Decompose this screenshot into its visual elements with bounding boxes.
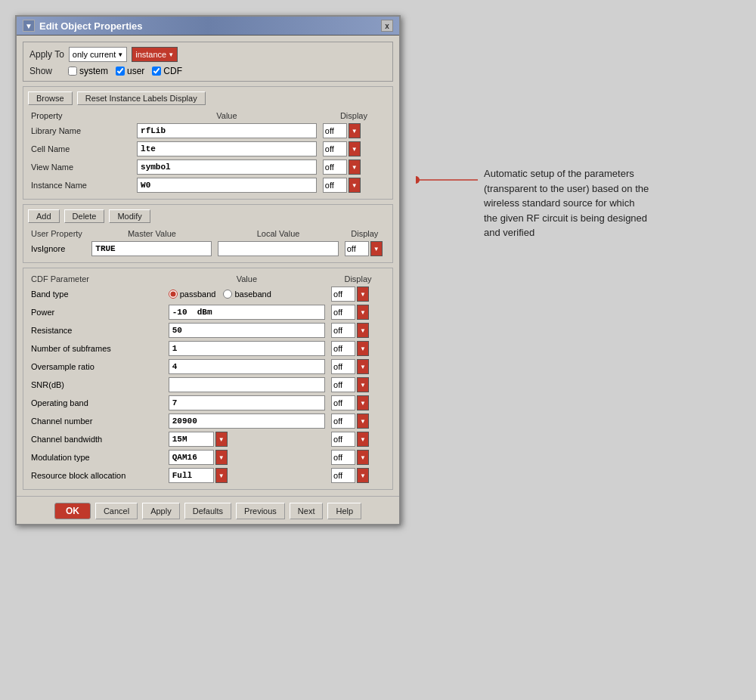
show-checkboxes: system user CDF: [68, 66, 182, 76]
cdf-display-input-1[interactable]: [331, 305, 355, 320]
prop-display-input-0[interactable]: [323, 123, 347, 138]
close-button[interactable]: x: [381, 20, 393, 32]
col-header-user-display: Display: [342, 228, 388, 240]
cdf-display-input-3[interactable]: [331, 341, 355, 356]
prop-value-input-1[interactable]: [137, 141, 317, 156]
cdf-display-input-0[interactable]: [331, 287, 355, 302]
cdf-display-dropdown-1[interactable]: ▼: [357, 305, 369, 320]
previous-button[interactable]: Previous: [236, 503, 285, 519]
radio-passband[interactable]: [169, 290, 178, 299]
prop-display-cell-1: ▼: [320, 140, 388, 158]
cdf-display-input-8[interactable]: [331, 432, 355, 447]
cdf-parameter-section: CDF Parameter Value Display Band type pa…: [23, 268, 393, 490]
apply-show-section: Apply To only current ▼ instance ▼ Show: [23, 42, 393, 82]
dialog-body: Apply To only current ▼ instance ▼ Show: [17, 36, 399, 496]
cdf-checkbox[interactable]: [152, 67, 161, 76]
prop-display-input-3[interactable]: [323, 178, 347, 193]
prop-display-cell-3: ▼: [320, 176, 388, 194]
cdf-display-dropdown-6[interactable]: ▼: [357, 395, 369, 410]
cdf-row: Oversample ratio ▼: [28, 358, 388, 376]
cdf-display-input-2[interactable]: [331, 323, 355, 338]
prop-value-input-2[interactable]: [137, 160, 317, 175]
cdf-text-input-1[interactable]: [169, 305, 325, 320]
cdf-display-input-4[interactable]: [331, 359, 355, 374]
cdf-text-input-5[interactable]: [169, 377, 325, 392]
dropdown1-chevron: ▼: [117, 51, 123, 58]
prop-display-dropdown-1[interactable]: ▼: [349, 141, 361, 156]
property-section: Browse Reset Instance Labels Display Pro…: [23, 86, 393, 200]
cdf-display-input-5[interactable]: [331, 377, 355, 392]
user-label: user: [127, 66, 144, 76]
prop-value-input-0[interactable]: [137, 123, 317, 138]
system-checkbox[interactable]: [68, 67, 77, 76]
cdf-text-input-8[interactable]: [169, 432, 214, 447]
cdf-text-input-2[interactable]: [169, 323, 325, 338]
add-button[interactable]: Add: [28, 209, 60, 223]
cdf-row: Band type passband baseband ▼: [28, 285, 388, 303]
cdf-display-cell-10: ▼: [328, 466, 388, 485]
browse-button[interactable]: Browse: [28, 91, 73, 105]
reset-button[interactable]: Reset Instance Labels Display: [77, 91, 206, 105]
cdf-display-dropdown-7[interactable]: ▼: [357, 413, 369, 429]
prop-value-cell-1: [134, 140, 320, 158]
cdf-text-input-3[interactable]: [169, 341, 325, 356]
prop-display-dropdown-3[interactable]: ▼: [349, 178, 361, 193]
cdf-value-cell-5: [166, 376, 328, 394]
user-property-label: User Property: [28, 228, 88, 240]
apply-button[interactable]: Apply: [142, 503, 180, 519]
edit-object-properties-dialog: ▼ Edit Object Properties x Apply To only…: [15, 15, 401, 525]
cdf-display-cell-6: ▼: [328, 394, 388, 412]
cdf-display-dropdown-9[interactable]: ▼: [357, 450, 369, 465]
prop-display-dropdown-2[interactable]: ▼: [349, 160, 361, 175]
delete-button[interactable]: Delete: [64, 209, 105, 223]
cdf-display-dropdown-10[interactable]: ▼: [357, 468, 369, 483]
cdf-text-input-4[interactable]: [169, 359, 325, 374]
cdf-text-input-9[interactable]: [169, 450, 214, 465]
cdf-display-input-6[interactable]: [331, 395, 355, 410]
cdf-display-dropdown-8[interactable]: ▼: [357, 432, 369, 447]
prop-label-1: Cell Name: [28, 140, 134, 158]
help-button[interactable]: Help: [327, 503, 361, 519]
cdf-radio-group-0: passband baseband: [169, 290, 325, 299]
user-checkbox[interactable]: [116, 67, 125, 76]
cdf-display-cell-4: ▼: [328, 358, 388, 376]
user-local-input-0[interactable]: [218, 241, 338, 256]
cdf-value-dropdown-10[interactable]: ▼: [215, 468, 228, 483]
cdf-display-input-7[interactable]: [331, 413, 355, 429]
prop-label-3: Instance Name: [28, 176, 134, 194]
cdf-display-input-9[interactable]: [331, 450, 355, 465]
cdf-value-dropdown-8[interactable]: ▼: [215, 432, 228, 447]
prop-display-input-1[interactable]: [323, 141, 347, 156]
system-label: system: [79, 66, 108, 76]
defaults-button[interactable]: Defaults: [184, 503, 231, 519]
cdf-display-dropdown-4[interactable]: ▼: [357, 359, 369, 374]
cdf-display-dropdown-0[interactable]: ▼: [357, 287, 369, 302]
cdf-value-cell-9: ▼: [166, 448, 328, 466]
cdf-text-input-10[interactable]: [169, 468, 214, 483]
cdf-display-dropdown-5[interactable]: ▼: [357, 377, 369, 392]
modify-button[interactable]: Modify: [109, 209, 150, 223]
only-current-dropdown[interactable]: only current ▼: [69, 47, 127, 62]
radio-baseband[interactable]: [223, 290, 232, 299]
ok-button[interactable]: OK: [54, 503, 91, 519]
property-row: Instance Name ▼: [28, 176, 388, 194]
prop-value-input-3[interactable]: [137, 178, 317, 193]
user-master-input-0[interactable]: [91, 241, 212, 256]
cdf-text-input-7[interactable]: [169, 413, 325, 429]
cdf-text-input-6[interactable]: [169, 395, 325, 410]
cdf-display-input-10[interactable]: [331, 468, 355, 483]
cdf-value-dropdown-9[interactable]: ▼: [215, 450, 228, 465]
user-display-input-0[interactable]: [345, 241, 369, 256]
prop-display-input-2[interactable]: [323, 160, 347, 175]
user-display-dropdown-0[interactable]: ▼: [370, 241, 383, 256]
instance-dropdown[interactable]: instance ▼: [132, 47, 178, 62]
prop-display-dropdown-0[interactable]: ▼: [349, 123, 361, 138]
apply-to-row: Apply To only current ▼ instance ▼: [29, 47, 386, 62]
cdf-display-dropdown-3[interactable]: ▼: [357, 341, 369, 356]
cancel-button[interactable]: Cancel: [95, 503, 138, 519]
dialog-titlebar: ▼ Edit Object Properties x: [17, 17, 399, 36]
cdf-display-dropdown-2[interactable]: ▼: [357, 323, 369, 338]
cdf-param-label-7: Channel number: [28, 412, 166, 430]
cdf-display-cell-8: ▼: [328, 430, 388, 448]
next-button[interactable]: Next: [290, 503, 324, 519]
